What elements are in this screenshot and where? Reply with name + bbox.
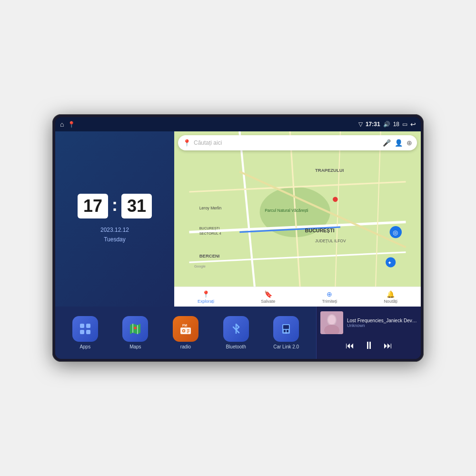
svg-text:Google: Google — [194, 264, 206, 268]
map-nav-saved[interactable]: 🔖 Salvate — [261, 290, 275, 304]
bluetooth-icon-bg — [223, 316, 249, 342]
send-label: Trimiteți — [322, 299, 337, 304]
saved-icon: 🔖 — [264, 290, 272, 298]
status-left: ⌂ 📍 — [60, 120, 75, 128]
home-icon[interactable]: ⌂ — [60, 120, 64, 128]
svg-rect-25 — [80, 324, 84, 328]
svg-point-29 — [134, 327, 137, 329]
svg-text:✦: ✦ — [387, 260, 392, 266]
bluetooth-label: Bluetooth — [226, 344, 246, 349]
status-right: ▽ 17:31 🔊 18 ▭ ↩ — [358, 120, 416, 128]
svg-rect-40 — [287, 330, 288, 332]
music-info: Lost Frequencies_Janieck Devy-... Unknow… — [317, 307, 421, 337]
clock-minutes: 31 — [121, 194, 152, 218]
account-icon[interactable]: 👤 — [395, 139, 403, 147]
battery-level: 18 — [393, 121, 399, 128]
svg-text:Parcul Natural Văcărești: Parcul Natural Văcărești — [265, 208, 308, 213]
screen: ⌂ 📍 ▽ 17:31 🔊 18 ▭ ↩ 17 : 31 — [55, 117, 421, 359]
news-label: Noutăți — [384, 299, 397, 304]
svg-text:TRAPEZULUI: TRAPEZULUI — [315, 168, 344, 173]
svg-text:◎: ◎ — [393, 229, 398, 236]
next-button[interactable]: ⏭ — [384, 341, 392, 351]
apps-label: Apps — [79, 344, 90, 349]
signal-icon: ▽ — [358, 121, 363, 128]
saved-label: Salvate — [261, 299, 275, 304]
apps-row: Apps Maps — [55, 307, 316, 359]
app-apps[interactable]: Apps — [72, 316, 98, 349]
map-search-placeholder[interactable]: Căutați aici — [194, 139, 380, 146]
map-nav-explore[interactable]: 📍 Explorați — [198, 290, 214, 304]
carlink-icon — [279, 322, 293, 336]
radio-label: radio — [180, 344, 191, 349]
svg-text:JUDEȚUL ILFOV: JUDEȚUL ILFOV — [315, 238, 346, 243]
music-thumb-art — [320, 311, 343, 334]
clock-widget: 17 : 31 2023.12.12 Tuesday — [55, 131, 174, 307]
svg-text:SECTORUL 4: SECTORUL 4 — [199, 231, 221, 236]
music-artist: Unknown — [347, 323, 417, 328]
clock-hours: 17 — [78, 194, 108, 218]
svg-point-24 — [333, 197, 338, 202]
map-search-actions: 🎤 👤 ⊕ — [383, 139, 412, 147]
svg-rect-28 — [86, 330, 90, 334]
explore-label: Explorați — [198, 299, 214, 304]
clock-colon: : — [112, 195, 118, 215]
map-search-bar[interactable]: 📍 Căutați aici 🎤 👤 ⊕ — [178, 135, 417, 150]
device: ⌂ 📍 ▽ 17:31 🔊 18 ▭ ↩ 17 : 31 — [52, 114, 424, 362]
bottom-row: Apps Maps — [55, 307, 421, 359]
app-carlink[interactable]: Car Link 2.0 — [273, 316, 299, 349]
prev-button[interactable]: ⏮ — [346, 341, 354, 351]
maps-icon-bg — [122, 316, 148, 342]
map-nav-send[interactable]: ⊕ Trimiteți — [322, 290, 337, 304]
svg-point-32 — [183, 330, 184, 332]
app-radio[interactable]: FM radio — [173, 316, 198, 349]
radio-icon: FM — [178, 322, 193, 336]
top-row: 17 : 31 2023.12.12 Tuesday — [55, 131, 421, 307]
music-thumbnail — [320, 311, 343, 334]
bluetooth-icon — [229, 322, 243, 336]
app-maps[interactable]: Maps — [122, 316, 148, 349]
carlink-icon-bg — [273, 316, 299, 342]
svg-rect-33 — [187, 329, 189, 330]
map-nav-news[interactable]: 🔔 Noutăți — [384, 290, 397, 304]
svg-point-41 — [286, 333, 287, 334]
explore-icon: 📍 — [202, 290, 210, 298]
svg-rect-38 — [283, 325, 289, 329]
maps-status-icon[interactable]: 📍 — [68, 121, 75, 128]
music-title: Lost Frequencies_Janieck Devy-... — [347, 318, 417, 323]
status-bar: ⌂ 📍 ▽ 17:31 🔊 18 ▭ ↩ — [55, 117, 421, 131]
svg-rect-26 — [86, 324, 90, 328]
back-icon[interactable]: ↩ — [410, 120, 416, 128]
apps-icon-bg — [72, 316, 98, 342]
app-bluetooth[interactable]: Bluetooth — [223, 316, 249, 349]
svg-text:BERCENI: BERCENI — [199, 253, 220, 258]
map-roads-svg: TRAPEZULUI BUCUREȘTI JUDEȚUL ILFOV BERCE… — [174, 131, 421, 288]
music-controls: ⏮ ⏸ ⏭ — [317, 337, 421, 355]
maps-icon — [128, 322, 142, 336]
map-bottom-nav: 📍 Explorați 🔖 Salvate ⊕ Trimiteți 🔔 — [174, 287, 421, 307]
status-time: 17:31 — [366, 121, 380, 128]
music-player: Lost Frequencies_Janieck Devy-... Unknow… — [316, 307, 421, 359]
apps-icon — [78, 322, 92, 336]
radio-icon-bg: FM — [173, 316, 198, 342]
map-background: TRAPEZULUI BUCUREȘTI JUDEȚUL ILFOV BERCE… — [174, 131, 421, 288]
battery-icon: ▭ — [402, 121, 407, 128]
play-pause-button[interactable]: ⏸ — [364, 339, 374, 352]
svg-point-45 — [328, 315, 336, 325]
svg-text:FM: FM — [182, 324, 187, 327]
mic-icon[interactable]: 🎤 — [383, 139, 391, 147]
clock-display: 17 : 31 — [78, 194, 152, 218]
volume-icon: 🔊 — [383, 121, 390, 128]
map-widget[interactable]: TRAPEZULUI BUCUREȘTI JUDEȚUL ILFOV BERCE… — [174, 131, 421, 307]
svg-text:BUCUREȘTI: BUCUREȘTI — [305, 228, 335, 233]
send-icon: ⊕ — [327, 290, 332, 298]
clock-date: 2023.12.12 Tuesday — [100, 226, 129, 244]
music-text: Lost Frequencies_Janieck Devy-... Unknow… — [347, 318, 417, 328]
svg-rect-35 — [187, 332, 188, 333]
layers-icon[interactable]: ⊕ — [407, 139, 412, 147]
maps-pin-icon: 📍 — [183, 139, 191, 147]
svg-rect-27 — [80, 330, 84, 334]
maps-label: Maps — [129, 344, 141, 349]
svg-rect-39 — [284, 330, 286, 332]
svg-text:Leroy Merlin: Leroy Merlin — [199, 206, 222, 210]
news-icon: 🔔 — [387, 290, 395, 298]
